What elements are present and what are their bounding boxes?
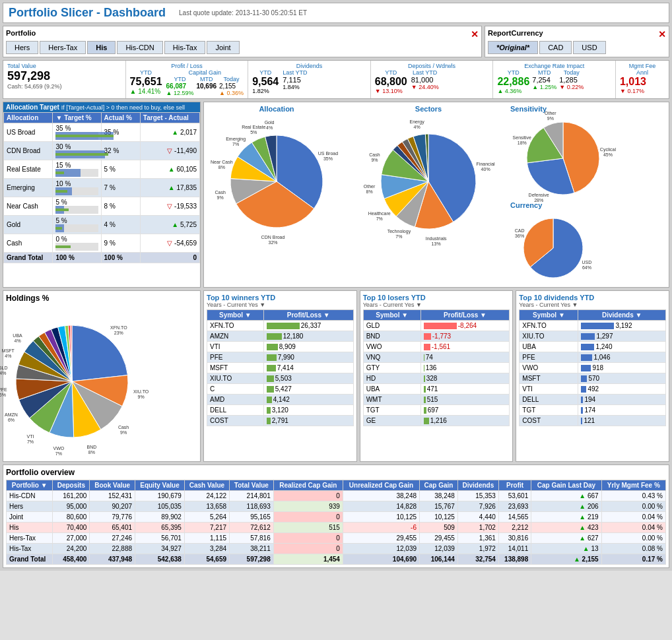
allocation-chart-panel: Allocation US Broad35%CDN Broad32%Cash9%… [204,102,349,287]
svg-text:VWO: VWO [53,446,65,451]
ov-deposits: 458,400 [53,554,90,565]
svg-text:Other: Other [364,184,376,189]
ov-col-caplast: Cap Gain Last Day [531,480,601,491]
currency-tab-cad[interactable]: CAD [539,41,572,54]
ov-total: 57,816 [230,533,274,544]
svg-text:Energy: Energy [410,119,425,125]
ov-total: 597,298 [230,554,274,565]
svg-text:Financial: Financial [477,162,495,166]
ov-cash: 54,659 [184,554,229,565]
sectors-pie: Financial40%Industrials13%Technology7%He… [356,115,501,247]
dep-last-ytd: 81,000 [411,76,439,84]
stat-deposits: Deposits / Wdrwls YTD 68,800 ▼ 13.10% La… [371,61,494,98]
ov-total: 118,693 [230,501,274,512]
svg-text:Near Cash: Near Cash [211,160,233,164]
stat-dividends: Dividends YTD 9,564 1.82% Last YTD 7,115… [248,61,371,98]
svg-text:VTI: VTI [27,434,34,439]
ov-col-cash: Cash Value [184,480,229,491]
ov-dividends: 1,702 [457,523,498,533]
alloc-col-actual: Actual % [101,113,140,123]
svg-text:Industrials: Industrials [426,236,447,241]
list-item: GE 1,216 [363,416,510,426]
svg-text:PFE: PFE [0,387,7,392]
ov-deposits: 24,200 [53,544,90,554]
currency-tab-original[interactable]: *Original* [488,41,538,54]
ov-mgmt: 0.08 % [601,544,665,554]
loser-value: 1,216 [420,416,510,426]
loser-value: 136 [420,363,510,373]
tab-hers-tax[interactable]: Hers-Tax [40,41,86,54]
alloc-row-diff: ▽ -54,659 [140,234,199,253]
currency-label: ReportCurrency [488,29,543,37]
tab-his-tax[interactable]: His-Tax [164,41,206,54]
ov-col-book: Book Value [90,480,135,491]
loser-symbol: GE [363,416,420,426]
alloc-row-name: Real Estate [4,160,53,179]
allocation-pie: US Broad35%CDN Broad32%Cash9%Near Cash8%… [211,115,343,247]
currency-tabs: *Original* CAD USD [488,41,666,54]
ov-profit: 14,565 [498,512,531,523]
svg-text:5%: 5% [250,130,257,135]
alloc-col-diff: Target - Actual [140,113,199,123]
list-item: C 5,427 [207,384,354,395]
tab-joint[interactable]: Joint [207,41,239,54]
quote-update: Last quote update: 2013-11-30 05:20:51 E… [179,9,307,16]
ov-cash: 5,264 [184,512,229,523]
ov-dividends: 15,353 [457,491,498,501]
svg-text:9%: 9% [371,158,378,162]
ov-cash: 3,284 [184,544,229,554]
ov-capgain: 15,767 [420,501,458,512]
loser-symbol: HD [363,373,420,384]
dividends-title: Top 10 dividends YTD [519,294,666,302]
div-symbol: VTI [520,384,578,395]
winners-filter-icon[interactable]: ▼ [259,302,265,308]
alloc-row-name: US Broad [4,123,53,142]
ov-unrealized: 14,828 [343,501,419,512]
alloc-row-actual: 4 % [101,216,140,234]
div-symbol: XFN.TO [520,321,578,331]
dividends-filter: Years - Current Yes ▼ [519,302,666,308]
alloc-row-diff: ▲ 60,105 [140,160,199,179]
cap-gain-ytd: 66,087 [166,82,194,90]
loser-value: 471 [420,384,510,395]
dividends-filter-icon[interactable]: ▼ [572,302,578,308]
allocation-title: Allocation Target [6,104,59,111]
ov-col-total: Total Value [230,480,274,491]
ov-capgain: 106,144 [420,554,458,565]
sensitivity-panel: Sensitivity Cyclical45%Defensive28%Sensi… [508,102,669,287]
winner-symbol: COST [207,416,264,426]
list-item: UBA 471 [363,384,510,395]
dividends-col-symbol: Symbol ▼ [520,310,578,321]
losers-filter-icon[interactable]: ▼ [416,302,422,308]
svg-text:Real Estate: Real Estate [242,125,265,129]
table-row: His-Tax 24,200 22,888 34,927 3,284 38,21… [7,544,666,554]
list-item: PFE 1,046 [520,352,666,363]
svg-text:4%: 4% [14,338,20,343]
div-symbol: VWO [520,363,578,373]
svg-text:4%: 4% [0,371,6,375]
ov-equity: 105,035 [135,501,185,512]
tab-his[interactable]: His [87,41,116,54]
portfolio-close-icon[interactable]: ✕ [471,29,479,40]
loser-symbol: VNQ [363,352,420,363]
list-item: VNQ 74 [363,352,510,363]
alloc-row-diff: ▽ -19,533 [140,197,199,216]
ov-profit: 138,898 [498,554,531,565]
svg-text:13%: 13% [432,241,441,246]
tab-hers[interactable]: Hers [6,41,38,54]
currency-tab-usd[interactable]: USD [573,41,605,54]
middle-row: Allocation Target If [Target-Actual] > 0… [3,102,669,288]
svg-text:35%: 35% [323,156,333,161]
currency-close-icon[interactable]: ✕ [658,29,666,40]
main-container: Portfolio Slicer - Dashboard Last quote … [0,0,672,571]
ov-caplast: ▲ 219 [531,512,601,523]
top10-winners-panel: Top 10 winners YTD Years - Current Yes ▼… [203,290,357,462]
winners-col-profit: Profit/Loss ▼ [263,310,353,321]
div-value: 174 [578,405,666,416]
svg-text:CDN Broad: CDN Broad [261,235,285,240]
ov-mgmt: 0.43 % [601,491,665,501]
cap-gain-mtd: 10,696 [196,82,217,90]
tab-his-cdn[interactable]: His-CDN [117,41,162,54]
ov-portfolio: His [7,523,53,533]
svg-text:32%: 32% [268,240,277,245]
